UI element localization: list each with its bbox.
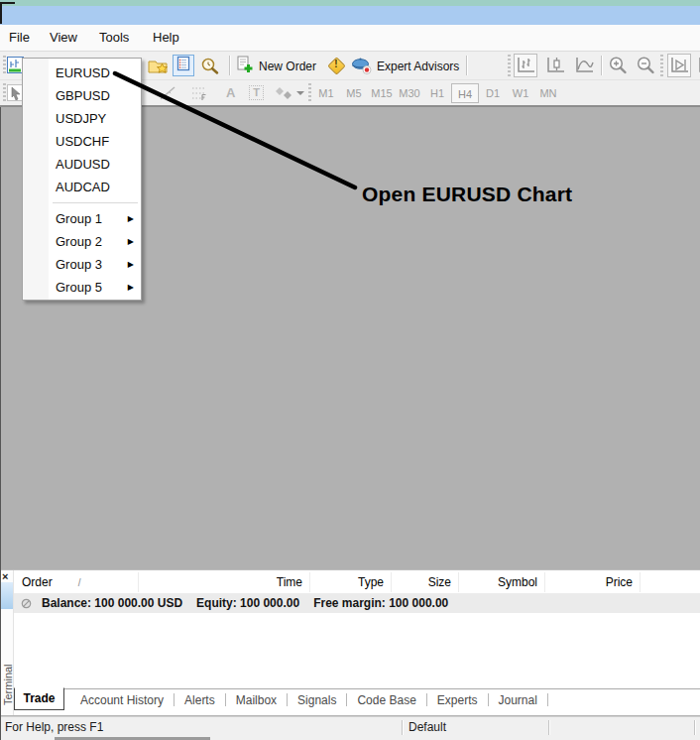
submenu-arrow-icon: ▶: [128, 253, 134, 276]
toolbar-grip[interactable]: [3, 56, 6, 75]
menu-item-usdjpy[interactable]: USDJPY: [23, 107, 141, 130]
balance-value: Balance: 100 000.00 USD: [42, 596, 182, 610]
window-left-edge: [0, 107, 1, 740]
line-chart-button[interactable]: [572, 54, 596, 77]
annotation-text: Open EURUSD Chart: [362, 183, 572, 206]
tab-alerts[interactable]: Alerts: [175, 693, 225, 707]
zoom-out-button[interactable]: [634, 54, 657, 77]
corner-crop-mark: [0, 2, 15, 4]
terminal-tabs: Trade Account History Alerts Mailbox Sig…: [14, 688, 700, 711]
submenu-arrow-icon: ▶: [128, 207, 134, 230]
arrows-tool-icon[interactable]: [275, 86, 294, 104]
expert-advisors-icon[interactable]: [351, 57, 372, 78]
expert-advisors-button[interactable]: Expert Advisors: [377, 57, 459, 76]
terminal-tab-list: Account History Alerts Mailbox Signals C…: [70, 689, 548, 710]
tab-journal[interactable]: Journal: [489, 693, 547, 707]
timeframe-m30[interactable]: M30: [396, 83, 423, 103]
toolbar-grip[interactable]: [3, 83, 6, 103]
sort-indicator-icon: /: [78, 577, 81, 588]
zoom-in-button[interactable]: [606, 54, 630, 77]
search-clock-icon[interactable]: [200, 57, 220, 79]
menu-item-group5[interactable]: Group 5 ▶: [23, 276, 141, 299]
tab-mailbox[interactable]: Mailbox: [226, 693, 287, 707]
timeframe-m5[interactable]: M5: [340, 83, 368, 103]
menu-item-audusd[interactable]: AUDUSD: [23, 153, 141, 176]
timeframe-m1[interactable]: M1: [312, 83, 340, 103]
menu-file[interactable]: File: [9, 25, 30, 51]
timeframe-w1[interactable]: W1: [507, 83, 534, 103]
profiles-icon[interactable]: [148, 58, 169, 78]
menu-bar: File View Tools Help: [0, 25, 700, 52]
warning-glyph: !: [328, 59, 344, 69]
toolbar-grip[interactable]: [508, 55, 511, 76]
chart-shift-icon: [696, 56, 700, 75]
tab-experts[interactable]: Experts: [427, 693, 488, 707]
toolbar-separator: [466, 56, 467, 75]
zoom-out-icon: [636, 56, 655, 75]
auto-scroll-button[interactable]: [667, 54, 691, 77]
market-watch-icon: [175, 56, 191, 75]
menu-item-group2[interactable]: Group 2 ▶: [23, 230, 141, 253]
menu-item-usdchf[interactable]: USDCHF: [23, 130, 141, 153]
timeframe-h4[interactable]: H4: [451, 83, 479, 103]
terminal-panel: × Terminal Order / Time Type Size Symbol…: [0, 569, 700, 716]
corner-crop-mark: [0, 2, 2, 24]
status-profile-name[interactable]: Default: [408, 717, 446, 738]
timeframe-h1[interactable]: H1: [423, 83, 451, 103]
balance-row: Balance: 100 000.00 USD Equity: 100 000.…: [14, 593, 700, 613]
timeframe-m15[interactable]: M15: [368, 83, 396, 103]
menu-item-group1[interactable]: Group 1 ▶: [23, 207, 141, 230]
status-separator: [548, 720, 549, 735]
menu-item-group3[interactable]: Group 3 ▶: [23, 253, 141, 276]
close-icon[interactable]: ×: [2, 570, 8, 582]
column-header-time[interactable]: Time: [139, 572, 310, 592]
menu-tools[interactable]: Tools: [99, 25, 129, 51]
column-header-price[interactable]: Price: [545, 572, 641, 592]
terminal-side-label: Terminal: [2, 664, 14, 705]
timeframe-d1[interactable]: D1: [479, 83, 507, 103]
timeframe-mn[interactable]: MN: [534, 83, 562, 103]
bar-chart-button[interactable]: [514, 54, 537, 77]
tab-code-base[interactable]: Code Base: [347, 693, 425, 707]
chart-shift-button[interactable]: [695, 54, 700, 77]
cursor-icon: [10, 86, 22, 100]
auto-scroll-icon: [668, 56, 690, 75]
status-separator: [402, 720, 403, 735]
menu-separator: [53, 202, 138, 203]
terminal-side-highlight: [0, 582, 13, 609]
toolbar-separator: [601, 56, 602, 75]
bar-chart-icon: [515, 56, 536, 75]
mt4-window: File View Tools Help: [0, 0, 700, 740]
column-header-size[interactable]: Size: [392, 572, 459, 592]
new-order-button[interactable]: New Order: [259, 57, 316, 76]
warning-icon[interactable]: !: [328, 58, 344, 73]
menu-item-label: Group 3: [56, 257, 102, 272]
column-header-symbol[interactable]: Symbol: [459, 572, 545, 592]
column-header-type[interactable]: Type: [310, 572, 392, 592]
market-watch-toggle-button[interactable]: [173, 55, 194, 76]
text-label-tool-icon[interactable]: A: [226, 85, 235, 101]
menu-item-eurusd[interactable]: EURUSD: [23, 62, 141, 84]
menu-item-audcad[interactable]: AUDCAD: [23, 176, 141, 198]
candlestick-chart-button[interactable]: [543, 54, 567, 77]
arrows-dropdown-icon[interactable]: [296, 91, 304, 95]
toolbar-separator: [229, 56, 230, 75]
menu-help[interactable]: Help: [153, 25, 179, 51]
column-header-order[interactable]: Order /: [14, 572, 139, 592]
free-margin-value: Free margin: 100 000.00: [313, 596, 448, 610]
fibonacci-tool-icon[interactable]: [190, 85, 208, 105]
submenu-arrow-icon: ▶: [128, 276, 134, 299]
tab-signals[interactable]: Signals: [288, 693, 346, 707]
text-tool-icon[interactable]: T: [249, 85, 264, 100]
menu-item-gbpusd[interactable]: GBPUSD: [23, 84, 141, 107]
toolbar-grip[interactable]: [660, 55, 663, 76]
tab-trade[interactable]: Trade: [14, 687, 64, 710]
orders-table-header: Order / Time Type Size Symbol Price: [14, 572, 700, 592]
tab-account-history[interactable]: Account History: [70, 693, 174, 707]
menu-item-label: Group 2: [56, 234, 102, 249]
timeframe-toolbar: M1 M5 M15 M30 H1 H4 D1 W1 MN: [312, 83, 562, 103]
toolbar-grip[interactable]: [308, 83, 311, 103]
new-order-icon[interactable]: [236, 56, 254, 77]
menu-view[interactable]: View: [50, 25, 77, 51]
trendline-tool-icon[interactable]: [159, 85, 176, 105]
